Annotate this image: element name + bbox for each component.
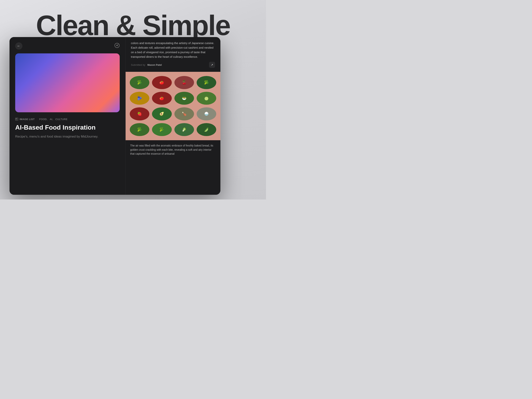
tag-food: FOOD, bbox=[39, 118, 48, 121]
food-plate: 🥑 bbox=[152, 107, 171, 120]
gradient-image bbox=[15, 53, 120, 112]
author-name: Mason Patel bbox=[147, 63, 162, 66]
submitted-by-label: Submitted by bbox=[131, 63, 145, 66]
svg-rect-2 bbox=[15, 118, 18, 120]
submitted-by-text: Submitted by Mason Patel bbox=[131, 63, 162, 66]
moon-icon bbox=[114, 43, 120, 49]
food-plate: 🥦 bbox=[197, 76, 216, 89]
food-card-caption-text: The air was filled with the aromatic emb… bbox=[130, 144, 216, 156]
article-description: Recipe's, menu's and food ideas imagined… bbox=[15, 134, 120, 139]
top-bar: ← bbox=[10, 37, 125, 53]
food-plate: 🍅 bbox=[152, 76, 171, 89]
food-plates-grid: 🥦 🍅 🍒 🥦 🫐 🍅 🥗 🍈 🍓 🥑 🍗 🍚 🥦 🥦 🥬 🫛 bbox=[126, 72, 220, 140]
svg-rect-3 bbox=[16, 118, 17, 119]
text-block: colors and textures encapsulating the ar… bbox=[126, 37, 220, 72]
svg-point-1 bbox=[118, 44, 118, 45]
image-list-label: IMAGE LIST bbox=[19, 118, 35, 121]
food-plate: 🥦 bbox=[152, 123, 171, 136]
left-panel: ← bbox=[10, 37, 125, 195]
external-link-button[interactable]: ↗ bbox=[209, 62, 215, 68]
article-title: AI-Based Food Inspiration bbox=[15, 124, 120, 131]
external-link-icon: ↗ bbox=[211, 63, 213, 66]
back-arrow-icon: ← bbox=[17, 44, 20, 48]
food-plate: 🍓 bbox=[130, 107, 149, 120]
food-plate: 🫐 bbox=[130, 92, 149, 105]
hero-title: Clean & Simple bbox=[0, 11, 266, 39]
food-plate: 🍚 bbox=[197, 107, 216, 120]
food-plate: 🍈 bbox=[197, 92, 216, 105]
app-window: ← bbox=[10, 37, 220, 195]
tag-culture: CULTURE bbox=[55, 118, 67, 121]
food-plate: 🥦 bbox=[130, 76, 149, 89]
image-list-tag: IMAGE LIST bbox=[15, 118, 35, 121]
tags-row: IMAGE LIST FOOD, AI, CULTURE bbox=[15, 118, 120, 121]
submitted-row: Submitted by Mason Patel ↗ bbox=[131, 62, 215, 68]
right-panel: colors and textures encapsulating the ar… bbox=[125, 37, 220, 195]
back-button[interactable]: ← bbox=[15, 42, 22, 50]
food-plate: 🍗 bbox=[174, 107, 194, 120]
tag-ai: AI, bbox=[50, 118, 53, 121]
text-block-body: colors and textures encapsulating the ar… bbox=[131, 41, 215, 59]
food-plate: 🥬 bbox=[174, 123, 194, 136]
food-plate: 🥦 bbox=[130, 123, 149, 136]
food-plate: 🫛 bbox=[197, 123, 216, 136]
food-image-area: 🥦 🍅 🍒 🥦 🫐 🍅 🥗 🍈 🍓 🥑 🍗 🍚 🥦 🥦 🥬 🫛 bbox=[126, 72, 220, 140]
food-plate: 🥗 bbox=[174, 92, 194, 105]
content-area: IMAGE LIST FOOD, AI, CULTURE AI-Based Fo… bbox=[10, 112, 125, 195]
food-plate: 🍅 bbox=[152, 92, 171, 105]
food-card-caption: The air was filled with the aromatic emb… bbox=[126, 140, 220, 156]
food-plate: 🍒 bbox=[174, 76, 194, 89]
